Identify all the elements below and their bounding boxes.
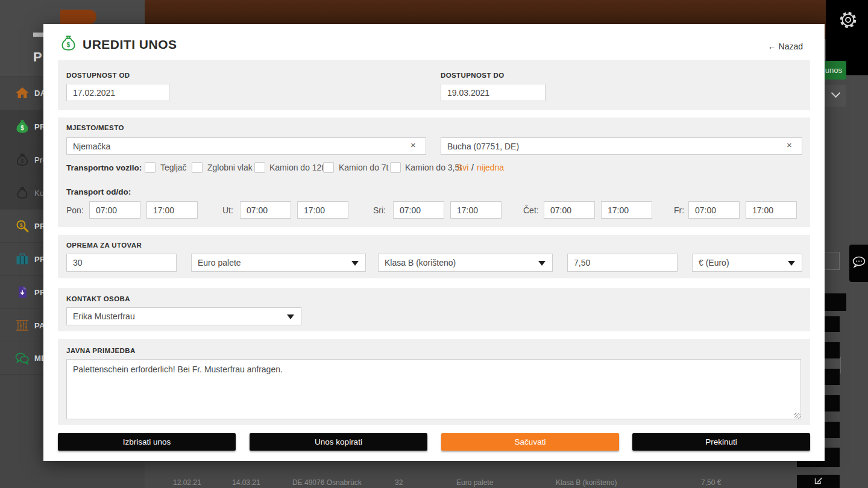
city-input[interactable] <box>441 137 802 155</box>
time-input-fri-to[interactable] <box>746 201 797 219</box>
checkbox-kamion-7t[interactable] <box>323 162 334 173</box>
day-label: Sri: <box>373 205 386 215</box>
cell-quality: Klasa B (korišteno) <box>556 478 617 487</box>
slash-separator: / <box>471 163 474 172</box>
day-label: Fr: <box>674 205 684 215</box>
save-button[interactable]: Sačuvati <box>441 433 619 451</box>
brand-logo <box>60 10 96 24</box>
brand-name: P <box>33 49 42 65</box>
vehicle-checkbox-row: Tegljač Zglobni vlak Kamion do 12t Kamio… <box>58 162 810 174</box>
select-all-link[interactable]: Svi <box>457 163 468 172</box>
time-input-wed-from[interactable] <box>393 201 444 219</box>
cell-price: 7,50 € <box>701 478 721 487</box>
abacus-icon <box>15 318 30 333</box>
speech-bubble-icon <box>852 256 866 271</box>
delete-entry-button[interactable]: Izbrisati unos <box>58 433 236 451</box>
checkbox-zglobni-vlak[interactable] <box>192 162 203 173</box>
day-label: Pon: <box>66 205 84 215</box>
remark-section: JAVNA PRIMJEDBA Palettenschein erforderl… <box>58 339 810 425</box>
equipment-section: OPREMA ZA UTOVAR Euro palete Klasa B (ko… <box>58 235 810 278</box>
time-input-tue-to[interactable] <box>297 201 348 219</box>
select-none-link[interactable]: nijedna <box>477 163 504 172</box>
svg-text:$: $ <box>20 125 24 131</box>
checkbox-kamion-35t[interactable] <box>390 162 401 173</box>
chat-icon <box>15 351 30 366</box>
contact-person-value: Erika Musterfrau <box>73 311 135 321</box>
checkbox-label: Kamion do 12t <box>269 163 324 172</box>
resize-handle[interactable] <box>794 413 800 419</box>
money-bag-outline-icon: $ <box>15 152 30 167</box>
currency-select[interactable]: € (Euro) <box>692 254 802 272</box>
day-label: Ut: <box>222 205 233 215</box>
dropdown-arrow-icon <box>287 314 294 319</box>
time-input-tue-from[interactable] <box>240 201 291 219</box>
remark-textarea[interactable]: Palettenschein erforderlich! Bei Fr. Mus… <box>66 359 801 419</box>
equipment-label: OPREMA ZA UTOVAR <box>66 242 142 249</box>
clear-city-icon[interactable]: × <box>787 140 804 150</box>
money-bag-icon: $ <box>15 119 30 134</box>
equipment-type-value: Euro palete <box>198 258 241 267</box>
svg-text:$: $ <box>67 42 71 48</box>
availability-to-input[interactable] <box>441 84 546 101</box>
price-input[interactable] <box>567 254 678 272</box>
currency-value: € (Euro) <box>699 258 729 267</box>
bag-outline-icon <box>15 186 30 200</box>
availability-from-input[interactable] <box>66 84 169 101</box>
location-label: MJESTO/MESTO <box>66 124 124 131</box>
time-input-wed-to[interactable] <box>450 201 502 219</box>
checkbox-label: Zglobni vlak <box>207 163 253 172</box>
back-link[interactable]: ← Nazad <box>768 42 803 51</box>
new-entry-button-label: unos <box>825 66 842 75</box>
quantity-input[interactable] <box>66 254 177 272</box>
time-input-thu-from[interactable] <box>544 201 595 219</box>
dropdown-arrow-icon <box>788 261 795 266</box>
checkbox-tegljac[interactable] <box>145 162 156 173</box>
quality-select[interactable]: Klasa B (korišteno) <box>378 254 553 272</box>
location-section: MJESTO/MESTO × × Transportno vozilo: Teg… <box>58 117 810 227</box>
search-dollar-icon: $ <box>15 219 30 233</box>
quality-value: Klasa B (korišteno) <box>385 258 456 267</box>
home-icon <box>15 86 30 100</box>
chevron-down-icon <box>831 89 841 98</box>
modal-header: $ UREDITI UNOS <box>60 35 177 54</box>
availability-to-label: DOSTUPNOST DO <box>441 72 505 79</box>
dropdown-arrow-icon <box>538 261 546 266</box>
time-input-fri-from[interactable] <box>688 201 740 219</box>
copy-entry-button[interactable]: Unos kopirati <box>250 433 427 451</box>
country-input[interactable] <box>66 137 426 155</box>
checkbox-label: Kamion do 3,5t <box>405 163 462 172</box>
svg-text:$: $ <box>20 158 24 164</box>
checkbox-kamion-12t[interactable] <box>254 162 265 173</box>
contact-section: KONTAKT OSOBA Erika Musterfrau <box>58 288 810 331</box>
chat-tab-button[interactable] <box>849 245 868 282</box>
checkbox-label: Kamion do 7t <box>339 163 389 172</box>
file-download-icon <box>15 285 30 299</box>
contact-label: KONTAKT OSOBA <box>66 295 130 302</box>
cell-date-from: 12.02.21 <box>173 478 201 487</box>
app-canvas: P DAS $ PRO <box>0 0 868 488</box>
equipment-type-select[interactable]: Euro palete <box>191 254 366 272</box>
edit-entry-modal: $ UREDITI UNOS ← Nazad DOSTUPNOST OD DOS… <box>43 24 825 461</box>
briefcase-icon <box>15 252 30 266</box>
modal-title: UREDITI UNOS <box>83 37 177 52</box>
availability-section: DOSTUPNOST OD DOSTUPNOST DO <box>58 60 810 110</box>
table-row: 12.02.21 14.03.21 DE 49076 Osnabrück 32 … <box>0 477 868 488</box>
cell-location: DE 49076 Osnabrück <box>292 478 362 487</box>
svg-text:$: $ <box>19 222 22 228</box>
dropdown-arrow-icon <box>351 261 359 266</box>
time-input-mon-to[interactable] <box>146 201 198 219</box>
day-label: Čet: <box>523 205 539 215</box>
cancel-button[interactable]: Prekinuti <box>632 433 810 451</box>
time-input-thu-to[interactable] <box>601 201 652 219</box>
money-bag-icon: $ <box>60 35 77 54</box>
cell-equipment: Euro palete <box>456 478 493 487</box>
availability-from-label: DOSTUPNOST OD <box>66 72 130 79</box>
gear-icon[interactable] <box>838 10 858 30</box>
contact-person-select[interactable]: Erika Musterfrau <box>66 307 301 325</box>
transport-times-row: Pon: Ut: Sri: Čet: Fr: <box>58 201 810 219</box>
cell-date-to: 14.03.21 <box>232 478 260 487</box>
transport-label: Transport od/do: <box>66 187 131 196</box>
cell-qty: 32 <box>395 478 403 487</box>
time-input-mon-from[interactable] <box>89 201 140 219</box>
remark-label: JAVNA PRIMJEDBA <box>66 347 136 354</box>
